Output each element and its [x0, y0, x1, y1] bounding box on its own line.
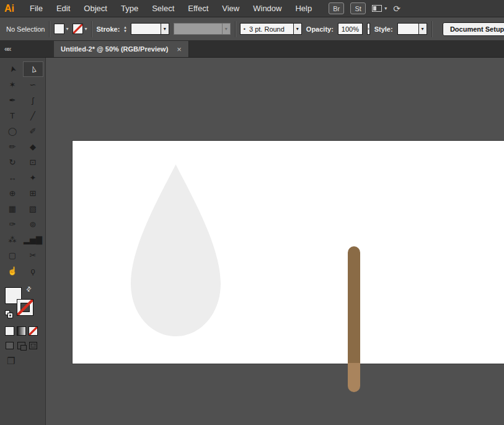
direct-selection-arrow-icon: ▻	[28, 65, 37, 73]
divider	[49, 21, 50, 37]
menu-effect[interactable]: Effect	[181, 0, 215, 17]
slice-tool[interactable]: ✂	[23, 248, 43, 263]
app-logo: Ai	[4, 3, 23, 14]
close-icon[interactable]: ×	[177, 45, 182, 54]
rotate-icon: ↻	[9, 158, 16, 166]
chevron-down-icon: ▾	[222, 23, 231, 35]
perspective-grid-icon: ⊞	[30, 189, 37, 197]
free-transform-tool[interactable]: ✦	[23, 170, 43, 186]
color-button[interactable]	[5, 326, 14, 336]
scale-tool[interactable]: ⊡	[23, 154, 43, 170]
document-tab-title: Untitled-2* @ 50% (RGB/Preview)	[61, 45, 168, 53]
style-value[interactable]	[397, 23, 418, 35]
chevron-down-icon: ▾	[66, 26, 68, 32]
symbol-sprayer-tool[interactable]: ⁂	[2, 232, 23, 248]
eraser-tool[interactable]: ◆	[23, 139, 43, 154]
draw-behind-button[interactable]	[17, 342, 25, 349]
menu-help[interactable]: Help	[288, 0, 319, 17]
selection-tool[interactable]: ➤	[2, 61, 23, 77]
type-tool[interactable]: T	[2, 108, 23, 123]
direct-selection-tool[interactable]: ▻	[23, 61, 43, 77]
fill-color-dropdown[interactable]: ▾	[54, 24, 68, 34]
perspective-grid-tool[interactable]: ⊞	[23, 186, 43, 201]
opacity-value-field[interactable]: 100%	[338, 23, 363, 35]
opacity-slider-arrow-icon[interactable]: ›	[367, 23, 370, 35]
paintbrush-icon: ✐	[30, 127, 37, 135]
collapse-toolbar-button[interactable]: ««	[0, 41, 46, 57]
stock-button[interactable]: St	[350, 2, 366, 14]
stroke-style-field[interactable]: • 3 pt. Round	[240, 23, 293, 35]
chevron-down-icon[interactable]: ▾	[161, 23, 169, 35]
menubar: Ai FileEditObjectTypeSelectEffectViewWin…	[0, 0, 504, 17]
stroke-indicator[interactable]	[17, 299, 33, 316]
chevron-down-icon[interactable]: ▾	[418, 23, 427, 35]
variable-width-profile-combo[interactable]: • 3 pt. Round ▾	[240, 23, 302, 35]
swap-fill-stroke-icon[interactable]: ⇄	[24, 285, 33, 293]
canvas-area[interactable]	[46, 58, 504, 425]
column-graph-tool[interactable]: ▂▅▇	[23, 232, 43, 248]
draw-normal-button[interactable]	[6, 342, 14, 349]
eyedropper-tool[interactable]: ✑	[2, 217, 23, 232]
paintbrush-tool[interactable]: ✐	[23, 123, 43, 139]
ellipse-tool[interactable]: ◯	[2, 123, 23, 139]
leaf-shape[interactable]	[131, 164, 221, 336]
brush-definition-combo[interactable]: ▾	[174, 23, 231, 35]
workspace-switcher[interactable]: ▾	[372, 5, 387, 12]
pen-tool[interactable]: ✒	[2, 92, 23, 108]
default-fill-stroke-button[interactable]	[5, 310, 13, 318]
stepper-down-icon[interactable]: ▾	[124, 29, 126, 33]
stroke-weight-combo[interactable]: ▾	[131, 23, 169, 35]
magic-wand-tool[interactable]: ✶	[2, 77, 23, 92]
document-setup-button[interactable]: Document Setup	[443, 22, 504, 36]
lasso-icon: ∽	[30, 81, 37, 89]
column-graph-icon: ▂▅▇	[24, 236, 42, 244]
chevron-down-icon[interactable]: ▾	[293, 23, 302, 35]
menu-view[interactable]: View	[215, 0, 246, 17]
artboard-tool[interactable]: ▢	[2, 248, 23, 263]
blend-tool[interactable]: ⊚	[23, 217, 43, 232]
eraser-icon: ◆	[30, 143, 36, 151]
bridge-button[interactable]: Br	[329, 2, 344, 14]
width-tool[interactable]: ↔	[2, 170, 23, 186]
lasso-tool[interactable]: ∽	[23, 77, 43, 92]
symbol-sprayer-icon: ⁂	[9, 236, 17, 244]
type-icon: T	[10, 112, 15, 120]
fill-swatch-icon	[54, 24, 64, 34]
opacity-label: Opacity:	[306, 25, 334, 33]
stroke-weight-stepper[interactable]: ▴ ▾	[124, 25, 126, 33]
stroke-weight-value[interactable]	[131, 23, 161, 35]
pencil-tool[interactable]: ✏	[2, 139, 23, 154]
hand-clock-icon[interactable]: ⟳	[393, 4, 400, 14]
zoom-tool[interactable]: ϙ	[23, 263, 43, 279]
document-tab[interactable]: Untitled-2* @ 50% (RGB/Preview) ×	[54, 41, 189, 57]
menu-type[interactable]: Type	[114, 0, 145, 17]
scale-icon: ⊡	[30, 158, 37, 166]
shape-builder-tool[interactable]: ⊕	[2, 186, 23, 201]
none-button[interactable]	[29, 326, 38, 336]
gradient-button[interactable]	[17, 326, 26, 336]
draw-inside-button[interactable]	[29, 342, 37, 349]
hand-tool[interactable]: ☝	[2, 263, 23, 279]
artboard[interactable]	[73, 141, 504, 364]
menu-edit[interactable]: Edit	[50, 0, 77, 17]
menu-window[interactable]: Window	[246, 0, 288, 17]
menu-select[interactable]: Select	[145, 0, 181, 17]
menu-object[interactable]: Object	[77, 0, 114, 17]
mesh-tool[interactable]: ▦	[2, 201, 23, 217]
tool-grid: ➤▻✶∽✒ʃT╱◯✐✏◆↻⊡↔✦⊕⊞▦▧✑⊚⁂▂▅▇▢✂☝ϙ	[0, 61, 45, 279]
stroke-color-dropdown[interactable]: ▾	[73, 24, 87, 34]
line-segment-tool[interactable]: ╱	[23, 108, 43, 123]
screen-mode-icon[interactable]: ❐	[7, 356, 45, 365]
curvature-tool[interactable]: ʃ	[23, 92, 43, 108]
gradient-tool[interactable]: ▧	[23, 201, 43, 217]
menubar-right: Br St ▾ ⟳	[329, 2, 400, 14]
slice-icon: ✂	[30, 251, 37, 259]
chevron-down-icon: ▾	[84, 26, 87, 32]
rotate-tool[interactable]: ↻	[2, 154, 23, 170]
stick-shape[interactable]	[348, 246, 360, 392]
pencil-icon: ✏	[9, 143, 16, 151]
menu-file[interactable]: File	[23, 0, 50, 17]
mesh-icon: ▦	[9, 205, 16, 213]
brush-definition-value[interactable]	[174, 23, 222, 35]
style-combo[interactable]: ▾	[397, 23, 427, 35]
